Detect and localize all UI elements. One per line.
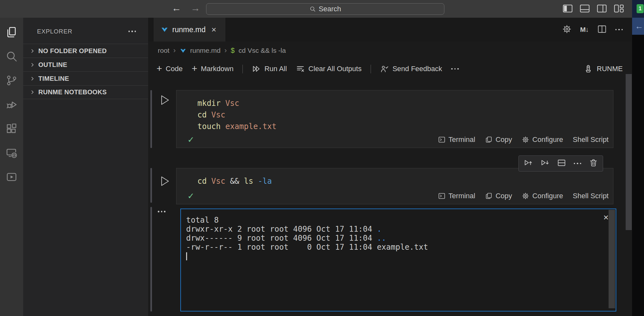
toolbar-separator xyxy=(371,65,371,73)
copy-button[interactable]: Copy xyxy=(485,192,512,200)
editor-scrollbar[interactable] xyxy=(626,74,632,230)
code-cell-2[interactable]: cd Vsc && ls -la ✓ Terminal Copy Configu… xyxy=(176,168,613,204)
tab-bar: runme.md × M↓ xyxy=(148,18,632,42)
nav-forward-icon[interactable]: → xyxy=(191,3,200,14)
back-arrow-icon[interactable]: ← xyxy=(632,21,643,31)
sidebar-section-outline[interactable]: OUTLINE xyxy=(23,58,148,71)
editor-more-icon[interactable] xyxy=(615,29,623,31)
split-cell-icon[interactable] xyxy=(557,158,566,169)
toggle-primary-sidebar-icon[interactable] xyxy=(563,4,573,13)
background-window: 1 ← xyxy=(632,0,644,316)
cell-language-picker[interactable]: Shell Script xyxy=(573,192,609,200)
activity-run-and-debug-icon[interactable] xyxy=(5,98,19,112)
copy-icon xyxy=(485,192,493,200)
code-cell-1[interactable]: mkdir Vsccd Vsctouch example.txt ✓ Termi… xyxy=(176,90,613,148)
terminal-button[interactable]: Terminal xyxy=(438,192,475,200)
play-icon xyxy=(160,94,170,106)
run-cell-button[interactable] xyxy=(160,94,171,107)
cell-language-picker[interactable]: Shell Script xyxy=(573,135,609,144)
cell-1-status-bar: ✓ Terminal Copy Configure Shell Script xyxy=(187,134,609,145)
code-line: touch example.txt xyxy=(197,121,613,132)
cell-focus-indicator xyxy=(150,168,152,203)
toggle-secondary-sidebar-icon[interactable] xyxy=(597,4,607,13)
sidebar-section-label: NO FOLDER OPENED xyxy=(38,47,107,55)
chevron-right-icon xyxy=(30,48,35,54)
output-menu-icon[interactable] xyxy=(158,211,166,212)
plus-icon: + xyxy=(192,64,197,73)
runme-file-icon xyxy=(161,26,168,33)
editor-actions: M↓ xyxy=(562,18,623,42)
activity-explorer-icon[interactable] xyxy=(5,25,19,39)
open-markdown-editor-icon[interactable]: M↓ xyxy=(580,26,589,33)
toolbar-separator xyxy=(242,65,243,73)
execute-above-icon[interactable] xyxy=(524,158,533,169)
delete-cell-icon[interactable] xyxy=(589,158,598,169)
terminal-line: -rw-r--r-- 1 root root 0 Oct 17 11:04 ex… xyxy=(186,243,603,252)
tab-close-icon[interactable]: × xyxy=(212,25,216,35)
search-label: Search xyxy=(319,5,341,13)
output-focus-indicator xyxy=(150,207,152,311)
sidebar-section-no-folder-opened[interactable]: NO FOLDER OPENED xyxy=(23,44,148,58)
run-all-button[interactable]: Run All xyxy=(252,64,287,73)
activity-notebook-run-icon[interactable] xyxy=(5,170,19,184)
toolbar-more-icon[interactable] xyxy=(451,68,459,70)
code-line: cd Vsc xyxy=(197,109,613,121)
activity-remote-explorer-icon[interactable] xyxy=(5,146,19,160)
play-icon xyxy=(160,175,170,187)
customize-layout-icon[interactable] xyxy=(614,4,624,13)
add-markdown-button[interactable]: + Markdown xyxy=(192,65,233,73)
command-center-search[interactable]: Search xyxy=(206,3,444,15)
chevron-right-icon: › xyxy=(224,46,227,55)
activity-extensions-icon[interactable] xyxy=(5,122,19,136)
explorer-sidebar: EXPLORER NO FOLDER OPENEDOUTLINETIMELINE… xyxy=(23,18,148,316)
copy-icon xyxy=(485,136,493,144)
terminal-output: total 8drwxr-xr-x 2 root root 4096 Oct 1… xyxy=(181,209,616,260)
configure-button[interactable]: Configure xyxy=(522,192,563,200)
title-bar: ← → Search xyxy=(0,0,632,18)
clear-outputs-icon xyxy=(296,64,305,73)
breadcrumb-command[interactable]: cd Vsc && ls -la xyxy=(239,47,286,54)
tab-runme-md[interactable]: runme.md × xyxy=(154,18,225,42)
split-editor-icon[interactable] xyxy=(597,24,607,35)
sidebar-section-label: RUNME NOTEBOOKS xyxy=(38,88,107,96)
activity-source-control-icon[interactable] xyxy=(5,73,19,88)
cell-focus-indicator xyxy=(150,90,152,148)
execute-below-icon[interactable] xyxy=(540,158,549,169)
vscode-window: ← → Search EXPLORER xyxy=(0,0,644,316)
terminal-line: drwxr-xr-x 2 root root 4096 Oct 17 11:04… xyxy=(186,225,603,234)
output-close-icon[interactable]: × xyxy=(603,213,609,222)
breadcrumb-root[interactable]: root xyxy=(158,47,169,54)
breadcrumb: root › runme.md › $ cd Vsc && ls -la xyxy=(158,42,286,60)
runme-file-icon xyxy=(180,48,186,54)
terminal-button[interactable]: Terminal xyxy=(438,135,475,144)
shell-symbol: $ xyxy=(231,46,234,55)
success-check-icon: ✓ xyxy=(187,191,194,201)
clear-all-outputs-button[interactable]: Clear All Outputs xyxy=(296,64,362,73)
toggle-panel-icon[interactable] xyxy=(580,4,590,13)
configure-button[interactable]: Configure xyxy=(522,135,563,144)
sidebar-section-runme-notebooks[interactable]: RUNME NOTEBOOKS xyxy=(23,85,148,99)
add-code-button[interactable]: + Code xyxy=(156,65,183,73)
breadcrumb-file[interactable]: runme.md xyxy=(190,47,221,54)
cell-output-terminal[interactable]: total 8drwxr-xr-x 2 root root 4096 Oct 1… xyxy=(180,209,616,311)
run-all-icon xyxy=(252,64,261,73)
explorer-more-icon[interactable] xyxy=(128,31,136,32)
search-icon xyxy=(309,6,316,12)
sidebar-sections: NO FOLDER OPENEDOUTLINETIMELINERUNME NOT… xyxy=(23,44,148,99)
sidebar-section-timeline[interactable]: TIMELINE xyxy=(23,71,148,85)
cell-more-icon[interactable] xyxy=(574,163,582,164)
output-scrollbar[interactable] xyxy=(609,210,615,308)
sidebar-section-label: TIMELINE xyxy=(38,75,69,82)
gear-icon xyxy=(522,136,529,144)
copy-button[interactable]: Copy xyxy=(485,135,512,144)
layout-controls xyxy=(563,4,624,13)
cell-1-code[interactable]: mkdir Vsccd Vsctouch example.txt xyxy=(176,90,613,132)
nav-back-icon[interactable]: ← xyxy=(172,3,181,14)
send-feedback-button[interactable]: Send Feedback xyxy=(380,64,442,73)
terminal-line: total 8 xyxy=(186,216,603,225)
runme-brand-icon xyxy=(584,64,593,73)
settings-gear-icon[interactable] xyxy=(562,24,572,35)
run-cell-button[interactable] xyxy=(160,175,171,188)
terminal-icon xyxy=(438,192,446,200)
activity-search-icon[interactable] xyxy=(5,49,19,63)
